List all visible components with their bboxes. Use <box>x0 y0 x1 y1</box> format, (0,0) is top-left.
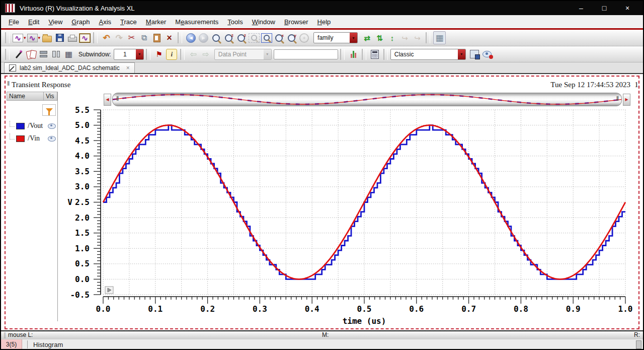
dropdown-caret-icon[interactable]: ▾ <box>38 35 41 40</box>
copy-button[interactable]: ⧉ <box>138 32 150 44</box>
strip-mode-button[interactable]: ↕ <box>386 32 398 44</box>
main-toolbar: ∿▾ ∿▾ ∿ ↶ ↷ ✂ ⧉ × ◀ ▶ 2 2 x y + family ▾… <box>1 30 643 46</box>
datapoint-combo[interactable]: Data Point ▾ <box>214 49 272 60</box>
menu-tools[interactable]: Tools <box>223 16 247 28</box>
close-button[interactable]: × <box>616 2 639 15</box>
vin-label[interactable]: /Vin <box>28 134 40 143</box>
new-graph-window-button[interactable]: ∿▾ <box>13 32 26 44</box>
next-point-button[interactable]: ⇨ <box>200 48 212 60</box>
dropdown-caret-icon[interactable]: ▾ <box>24 35 26 40</box>
pan-target-icon: + <box>299 33 309 43</box>
redo-icon: ↷ <box>115 34 122 42</box>
resize-stub[interactable] <box>636 340 641 349</box>
menu-browser[interactable]: Browser <box>280 16 313 28</box>
previous-point-button[interactable]: ⇦ <box>188 48 199 60</box>
scroll-right-button[interactable]: ▶ <box>623 94 630 106</box>
overlay-traces-button[interactable]: ⇅ <box>374 32 385 44</box>
svg-text:3.0: 3.0 <box>75 182 90 191</box>
annotation-info-button[interactable]: i <box>166 48 178 60</box>
split-horizontal-button[interactable] <box>38 48 49 60</box>
point-value-field[interactable] <box>274 49 338 59</box>
menu-axis[interactable]: Axis <box>94 16 116 28</box>
copy-trace-button[interactable]: ↪ <box>412 32 423 44</box>
zoom-area-button[interactable] <box>248 32 260 44</box>
save-button[interactable] <box>54 32 65 44</box>
print-button[interactable] <box>66 32 78 44</box>
menu-graph[interactable]: Graph <box>67 16 94 28</box>
family-combo[interactable]: family ▾ <box>313 32 358 43</box>
subwindow-combo[interactable]: 1 ▾ <box>114 49 144 60</box>
legend-name-header[interactable]: Name <box>7 92 44 101</box>
replay-icon[interactable] <box>105 287 113 294</box>
zoom-out-x2-button[interactable]: 2 <box>235 32 247 44</box>
zoom-x-button[interactable]: x <box>273 32 285 44</box>
maximize-button[interactable]: □ <box>593 2 616 15</box>
undo-icon: ↶ <box>103 34 110 42</box>
hide-trace-button[interactable] <box>481 48 493 60</box>
combo-arrow-icon[interactable]: ▾ <box>458 49 465 59</box>
save-state-button[interactable] <box>469 48 480 60</box>
menu-marker[interactable]: Marker <box>141 16 171 28</box>
grid-layout-button[interactable]: ▦ <box>63 48 74 60</box>
message-count-badge[interactable]: 3(5) <box>1 339 22 349</box>
legend-filter-button[interactable] <box>42 104 56 116</box>
tree-branch-icon <box>10 121 15 127</box>
status-bar: mouse L: M: R: <box>1 330 643 339</box>
combo-arrow-icon[interactable]: ▾ <box>350 33 357 43</box>
app-icon <box>5 4 15 13</box>
scroll-left-button[interactable]: ◀ <box>104 94 111 106</box>
zoom-in-button[interactable] <box>210 32 222 44</box>
histogram-status-label[interactable]: Histogram <box>33 341 63 348</box>
table-view-button[interactable]: ▦ <box>433 31 446 44</box>
open-button[interactable] <box>41 32 53 44</box>
menu-help[interactable]: Help <box>313 16 336 28</box>
export-image-button[interactable]: ∿ <box>79 32 91 44</box>
paste-button[interactable] <box>151 32 163 44</box>
menu-file[interactable]: File <box>4 16 24 28</box>
zoom-in-x2-button[interactable]: 2 <box>223 32 234 44</box>
histogram-button[interactable] <box>348 48 359 60</box>
menu-measurements[interactable]: Measurements <box>171 16 223 28</box>
slider-left-grip[interactable]: ‖ <box>116 95 118 102</box>
slider-right-grip[interactable]: ‖ <box>616 95 618 102</box>
legend-item-vin[interactable]: /Vin <box>9 134 56 143</box>
plot-canvas[interactable]: -0.50.00.51.01.52.02.53.03.54.04.55.05.5… <box>54 104 635 328</box>
zoom-x-icon: x <box>275 34 283 42</box>
workspace: ‖ Transient Response Tue Sep 12 17:44:53… <box>1 74 643 330</box>
redo-button[interactable]: ↷ <box>113 32 125 44</box>
vout-label[interactable]: /Vout <box>28 122 43 130</box>
move-trace-icon: ↪ <box>401 34 408 42</box>
combo-arrow-icon[interactable]: ▾ <box>136 49 143 59</box>
move-trace-button[interactable]: ↪ <box>399 32 411 44</box>
transient-plot[interactable]: -0.50.00.51.01.52.02.53.03.54.04.55.05.5… <box>54 104 635 328</box>
legend-vis-header[interactable]: Vis <box>44 92 57 101</box>
marker-flag-button[interactable]: ⚑ <box>153 48 165 60</box>
minimize-button[interactable]: – <box>570 2 593 15</box>
menu-trace[interactable]: Trace <box>116 16 141 28</box>
subwindow-grip[interactable]: ‖ <box>7 80 9 87</box>
cut-button[interactable]: ✂ <box>126 32 137 44</box>
zoom-y-button[interactable]: y <box>286 32 297 44</box>
combo-arrow-icon[interactable]: ▾ <box>264 49 271 59</box>
tab-lab2-schematic[interactable]: lab2 sim_Ideal_ADC_DAC schematic × <box>4 62 135 73</box>
split-vertical-button[interactable] <box>50 48 62 60</box>
undo-button[interactable]: ↶ <box>101 32 112 44</box>
menu-edit[interactable]: Edit <box>24 16 44 28</box>
delete-button[interactable]: × <box>164 32 175 44</box>
legend-item-vout[interactable]: /Vout <box>9 122 56 130</box>
pan-button[interactable]: + <box>298 32 310 44</box>
title-bar: Virtuoso (R) Visualization & Analysis XL… <box>1 1 643 15</box>
new-subwindow-button[interactable]: ∿▾ <box>27 32 41 44</box>
svg-text:0.4: 0.4 <box>305 304 319 314</box>
menu-window[interactable]: Window <box>248 16 280 28</box>
workspace-cards-button[interactable] <box>25 48 37 60</box>
menu-view[interactable]: View <box>44 16 67 28</box>
style-combo[interactable]: Classic ▾ <box>390 49 466 60</box>
previous-view-button[interactable]: ◀ <box>185 32 197 44</box>
calculator-button[interactable] <box>369 48 381 60</box>
next-view-button[interactable]: ▶ <box>198 32 209 44</box>
swap-sweep-button[interactable]: ⇄ <box>361 32 373 44</box>
wizard-button[interactable]: ★ <box>13 48 24 60</box>
zoom-fit-button[interactable] <box>261 32 272 44</box>
tab-close-icon[interactable]: × <box>126 64 130 72</box>
